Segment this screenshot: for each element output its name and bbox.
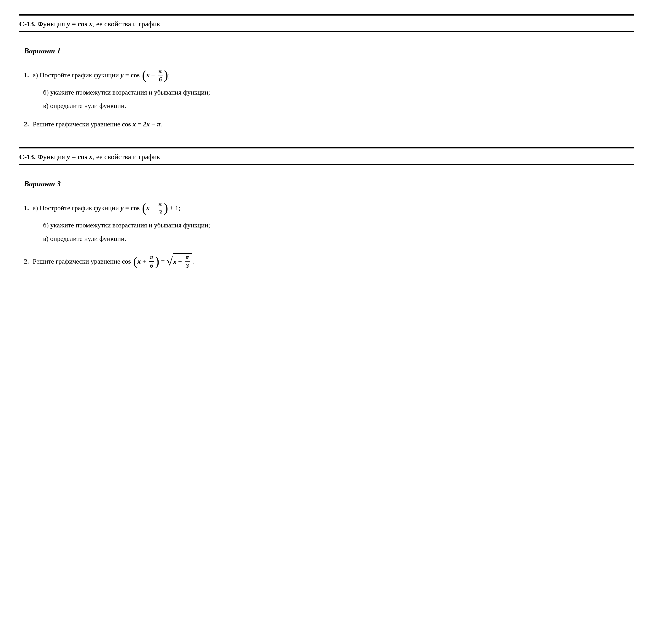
problem-2-text: Решите графически уравнение [33,120,122,128]
problem-2-2-frac2-den: 3 [185,262,190,270]
problem-1a-lparen: ( [140,70,146,80]
sqrt-content: x − π 3 [173,253,192,270]
problem-2-2-dot: . [192,258,194,265]
problem-2-2-frac1-num: π [149,254,154,262]
sqrt-minus: − [176,258,184,266]
problem-2-1a-y: y [121,204,123,212]
problem-2-2x: 2x [143,120,150,128]
problem-2-cos: cos [122,120,131,128]
problem-1a-rparen: ) [164,70,168,80]
problem-2-1c: в) определите нули функции. [43,234,634,244]
problem-2-minus: − [150,120,157,128]
problem-2-1a-frac: π 3 [158,200,163,216]
problem-1-2: 2. Решите графически уравнение cos x = 2… [24,120,634,128]
problem-2-2-plus: + [141,258,148,265]
problem-2-1a-line: 1. а) Постройте график фукнции y = cos (… [24,200,634,216]
section-2-header-text: С-13. Функция y = cos x, ее свойства и г… [19,153,160,161]
problem-2-2-number: 2. [24,258,29,265]
section-1-header: С-13. Функция y = cos x, ее свойства и г… [19,14,634,32]
problem-2-1a-frac-den: 3 [158,208,163,216]
problem-2-dot: . [161,120,162,128]
section-2: С-13. Функция y = cos x, ее свойства и г… [19,147,634,270]
variant-1-title: Вариант 1 [24,46,634,55]
problem-1a-semi: ; [168,71,170,79]
problem-1-1b: б) укажите промежутки возрастания и убыв… [43,87,634,97]
problem-1-1: 1. а) Постройте график фукнции y = cos (… [24,67,634,111]
problem-2-1a-x: x [146,204,149,212]
problem-2-2-frac1: π 6 [149,254,154,269]
problem-2-2-sqrt: √ x − π 3 [167,253,192,270]
problem-1a-cos: cos [130,71,140,79]
problem-2-1a-lparen: ( [140,203,146,213]
section-1: С-13. Функция y = cos x, ее свойства и г… [19,14,634,128]
problem-2-2-frac2-num: π [185,254,190,262]
variant-3-title: Вариант 3 [24,179,634,188]
problem-1a-label: а) [33,71,40,79]
problem-2-2-text: Решите графически уравнение [33,258,122,265]
section-1-header-text: С-13. Функция y = cos x, ее свойства и г… [19,20,160,28]
problem-2-1a-text: Постройте график фукнции [40,204,121,212]
problem-1a-y: y [121,71,123,79]
problem-2-1-number: 1. [24,204,29,212]
problem-1a-frac-num: π [158,67,163,75]
problem-2-1a-rparen: ) [164,203,168,213]
problem-2-number: 2. [24,120,29,128]
sqrt-x: x [173,258,176,266]
problem-1a-x: x [146,71,149,79]
problem-1a-frac-den: 6 [158,75,163,83]
problem-2-2-lparen: ( [131,256,138,267]
problem-2-1a-minus: − [149,204,157,212]
problem-2-2-frac1-den: 6 [149,262,154,269]
problem-2-2-frac2: π 3 [185,254,190,270]
section-2-header: С-13. Функция y = cos x, ее свойства и г… [19,147,634,165]
problem-1a-minus: − [149,71,157,79]
problem-2-2-rparen: ) [155,256,159,267]
problem-1-1a-line: 1. а) Постройте график фукнции y = cos (… [24,67,634,83]
problem-1a-eq: = [123,71,130,79]
problem-1a-text: Постройте график фукнции [40,71,121,79]
problem-2-1a-eq: = [123,204,130,212]
problem-2-2-cos: cos [122,258,131,265]
problem-2-x: x [132,120,136,128]
problem-2-2: 2. Решите графически уравнение cos ( x +… [24,253,634,270]
problem-2-2-eq: = [159,258,167,265]
problem-2-1a-plus1: + 1; [168,204,180,212]
problem-2-pi: π [157,120,160,128]
problem-1a-frac: π 6 [158,67,163,83]
problem-2-1b: б) укажите промежутки возрастания и убыв… [43,220,634,230]
problem-1-2-line: 2. Решите графически уравнение cos x = 2… [24,120,634,128]
problem-2-1: 1. а) Постройте график фукнции y = cos (… [24,200,634,244]
problem-2-1a-frac-num: π [158,200,163,208]
problem-2-eq: = [136,120,143,128]
problem-2-1a-cos: cos [130,204,140,212]
problem-2-2-line: 2. Решите графически уравнение cos ( x +… [24,253,634,270]
problem-2-2-x: x [138,258,141,265]
problem-2-1a-label: а) [33,204,40,212]
sqrt-symbol: √ [167,257,173,267]
problem-1-number: 1. [24,71,29,79]
problem-1-1c: в) определите нули функции. [43,101,634,111]
